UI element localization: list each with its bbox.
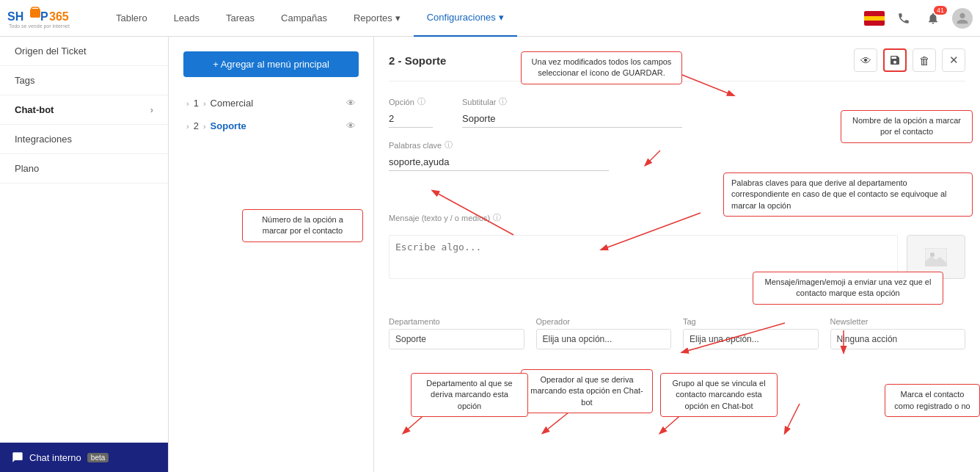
newsletter-select-wrap: Newsletter Ninguna acción	[830, 317, 966, 349]
bottom-form-row: Departamento Soporte Operador Elija una …	[389, 317, 965, 349]
chevron-down-icon: ▾	[499, 12, 504, 23]
delete-icon-btn[interactable]: 🗑	[913, 48, 936, 72]
svg-text:SH: SH	[7, 10, 23, 23]
logo[interactable]: SH P 365 Todo se vende por internet	[7, 4, 81, 32]
svg-text:Todo se vende por internet: Todo se vende por internet	[9, 23, 70, 29]
sidebar-item-tags[interactable]: Tags	[0, 66, 168, 95]
detail-actions: 👁 🗑 ✕	[854, 48, 965, 72]
main-content: + Agregar al menú principal › 1 › Comerc…	[169, 37, 980, 472]
tree-arrow-icon-2: ›	[203, 99, 206, 108]
info-icon-palabras: ⓘ	[445, 139, 453, 150]
tag-select-wrap: Tag Elija una opción...	[683, 317, 819, 349]
tree-item-number: 1	[194, 98, 199, 109]
beta-badge: beta	[87, 453, 109, 462]
nav-configuraciones[interactable]: Configuraciones ▾	[414, 0, 517, 37]
chevron-right-icon: ›	[150, 104, 153, 115]
tree-item-soporte[interactable]: › 2 › Soporte 👁	[183, 115, 359, 137]
view-icon-btn[interactable]: 👁	[854, 48, 877, 72]
tree-arrow-icon: ›	[186, 99, 189, 108]
info-icon-subtitular: ⓘ	[499, 96, 507, 107]
palabras-clave-input[interactable]	[389, 153, 609, 171]
nav-right-actions: 41	[864, 8, 973, 29]
tooltip-operador: Operador al que se deriva marcando esta …	[521, 369, 653, 413]
info-icon-opcion: ⓘ	[417, 96, 425, 107]
close-icon-btn[interactable]: ✕	[942, 48, 965, 72]
language-flag[interactable]	[864, 11, 885, 26]
tooltip-palabras-clave: Palabras claves para que derive al depar…	[723, 173, 973, 217]
nav-leads[interactable]: Leads	[161, 0, 213, 37]
sidebar-item-chatbot[interactable]: Chat-bot ›	[0, 95, 168, 125]
operador-select[interactable]: Elija una opción...	[537, 330, 671, 349]
palabras-clave-row: Palabras clave ⓘ	[389, 139, 965, 171]
save-icon-btn[interactable]	[883, 48, 907, 72]
add-menu-button[interactable]: + Agregar al menú principal	[183, 51, 359, 77]
phone-icon-btn[interactable]	[893, 8, 914, 29]
tooltip-mensaje: Mensaje/imagen/emoji a enviar una vez qu…	[753, 272, 943, 305]
departamento-select[interactable]: Soporte	[390, 330, 524, 349]
nav-items: Tablero Leads Tareas Campañas Reportes ▾…	[103, 0, 864, 37]
tag-label: Tag	[683, 317, 819, 326]
subtitular-label: Subtitular ⓘ	[462, 96, 932, 107]
operador-label: Operador	[536, 317, 672, 326]
chevron-down-icon: ▾	[395, 12, 401, 23]
nav-reportes[interactable]: Reportes ▾	[340, 0, 414, 37]
tree-arrow-icon-4: ›	[203, 122, 206, 131]
svg-line-17	[785, 404, 800, 433]
tree-item-number-2: 2	[194, 120, 199, 131]
nav-campanas[interactable]: Campañas	[268, 0, 340, 37]
departamento-label: Departamento	[389, 317, 524, 326]
user-avatar[interactable]	[952, 8, 973, 29]
palabras-clave-field: Palabras clave ⓘ	[389, 139, 965, 171]
tree-item-label: Comercial	[211, 98, 254, 109]
svg-text:365: 365	[49, 10, 69, 23]
chat-interno-label: Chat interno	[29, 452, 81, 463]
sidebar-item-integraciones[interactable]: Integraciones	[0, 125, 168, 154]
newsletter-select[interactable]: Ninguna acción	[831, 330, 965, 349]
detail-title: 2 - Soporte	[389, 54, 446, 67]
top-navigation: SH P 365 Todo se vende por internet Tabl…	[0, 0, 980, 37]
newsletter-label: Newsletter	[830, 317, 966, 326]
tree-arrow-icon-3: ›	[186, 122, 189, 131]
opcion-field: Opción ⓘ	[389, 96, 447, 128]
tooltip-newsletter: Marca el contacto como registrado o no	[885, 384, 980, 417]
tree-item-comercial[interactable]: › 1 › Comercial 👁	[183, 92, 359, 115]
menu-tree-panel: + Agregar al menú principal › 1 › Comerc…	[169, 37, 374, 472]
nav-tareas[interactable]: Tareas	[213, 0, 268, 37]
nav-tablero[interactable]: Tablero	[103, 0, 161, 37]
tree-item-label-2: Soporte	[211, 120, 246, 131]
eye-icon-2[interactable]: 👁	[346, 120, 356, 131]
svg-point-7	[930, 253, 935, 257]
subtitular-input[interactable]	[462, 110, 682, 128]
sidebar-item-plano[interactable]: Plano	[0, 154, 168, 184]
tooltip-nombre-opcion: Nombre de la opción a marcar por el cont…	[841, 110, 973, 143]
tooltip-numero-opcion: Número de la opción a marcar por el cont…	[242, 209, 363, 242]
sidebar-footer: Chat interno beta	[0, 443, 168, 472]
departamento-select-wrap: Departamento Soporte	[389, 317, 524, 349]
opcion-label: Opción ⓘ	[389, 96, 447, 107]
notification-badge: 41	[934, 6, 947, 15]
sidebar: Origen del Ticket Tags Chat-bot › Integr…	[0, 37, 169, 472]
tooltip-grupo: Grupo al que se vincula el contacto marc…	[660, 373, 778, 417]
notification-icon-btn[interactable]: 41	[923, 8, 943, 29]
opcion-input[interactable]	[389, 110, 433, 128]
svg-text:P: P	[40, 10, 48, 23]
sidebar-item-origen[interactable]: Origen del Ticket	[0, 37, 168, 66]
tooltip-departamento: Departamento al que se deriva marcando e…	[411, 373, 528, 417]
operador-select-wrap: Operador Elija una opción...	[536, 317, 672, 349]
eye-icon[interactable]: 👁	[346, 98, 356, 109]
menu-tree: › 1 › Comercial 👁 › 2 › Soporte 👁	[183, 92, 359, 137]
tag-select[interactable]: Elija una opción...	[684, 330, 818, 349]
tooltip-guardar: Una vez modificados todos los campos sel…	[521, 51, 682, 84]
info-icon-mensaje: ⓘ	[493, 212, 501, 223]
